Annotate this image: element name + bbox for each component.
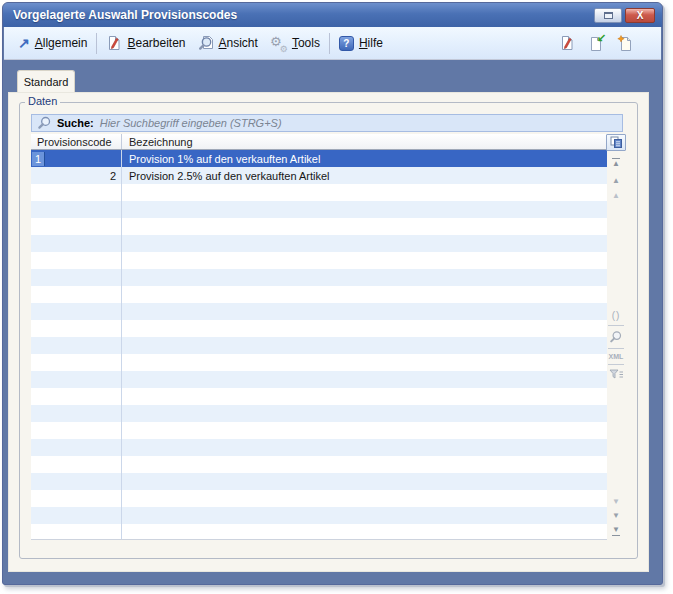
- grid-side-strip: ▲ ▲ ▲ (): [609, 134, 623, 540]
- table-row-empty[interactable]: [31, 354, 607, 371]
- xml-icon[interactable]: XML: [609, 353, 624, 360]
- cell-bezeichnung: [122, 456, 607, 473]
- cell-provisionscode: [31, 303, 122, 320]
- cell-bezeichnung: [122, 337, 607, 354]
- cell-bezeichnung: [122, 405, 607, 422]
- table-row-empty[interactable]: [31, 337, 607, 354]
- menu-label: Allgemein: [35, 36, 88, 50]
- client-area: Standard Daten Suche: Hier Su: [3, 60, 662, 584]
- table-row-empty[interactable]: [31, 320, 607, 337]
- titlebar[interactable]: Vorgelagerte Auswahl Provisionscodes X: [3, 3, 662, 27]
- menu-item-allgemein[interactable]: ↗ Allgemein: [12, 33, 93, 53]
- cell-bezeichnung: [122, 388, 607, 405]
- menu-label: Ansicht: [219, 36, 258, 50]
- row-down-icon[interactable]: ▼: [612, 498, 620, 506]
- strip-separator: [608, 364, 624, 365]
- cell-bezeichnung: [122, 320, 607, 337]
- document-edit-icon: [106, 35, 122, 51]
- toolbar-separator: [96, 33, 97, 54]
- cell-bezeichnung: [122, 235, 607, 252]
- page-down-icon[interactable]: ▼: [612, 512, 620, 520]
- cell-edit-value[interactable]: 1: [32, 152, 45, 166]
- document-new-star-icon[interactable]: [617, 35, 633, 51]
- menu-item-bearbeiten[interactable]: Bearbeiten: [100, 32, 191, 54]
- cell-bezeichnung: [122, 371, 607, 388]
- window: Vorgelagerte Auswahl Provisionscodes X ↗…: [2, 2, 663, 585]
- page-up-icon[interactable]: ▲: [612, 177, 620, 185]
- table-row-empty[interactable]: [31, 303, 607, 320]
- arrow-up-right-icon: ↗: [18, 36, 30, 50]
- table-row-empty[interactable]: [31, 218, 607, 235]
- cell-bezeichnung: [122, 507, 607, 524]
- help-icon: ?: [339, 36, 354, 51]
- cell-provisionscode: [31, 456, 122, 473]
- menu-label: Hilfe: [359, 36, 383, 50]
- cell-provisionscode: [31, 524, 122, 540]
- table-row-empty[interactable]: [31, 456, 607, 473]
- close-icon: X: [637, 10, 644, 21]
- tab-standard[interactable]: Standard: [17, 70, 75, 93]
- cell-provisionscode: [31, 422, 122, 439]
- cell-provisionscode: [31, 320, 122, 337]
- table-row-selected[interactable]: 1 Provision 1% auf den verkauften Artike…: [31, 150, 607, 167]
- table-row-empty[interactable]: [31, 422, 607, 439]
- magnifier-icon[interactable]: [609, 330, 623, 344]
- table-row-empty[interactable]: [31, 405, 607, 422]
- grid-area: Provisionscode Bezeichnung 1 Provision 1…: [31, 134, 623, 541]
- restore-icon: [604, 12, 613, 19]
- row-up-icon[interactable]: ▲: [612, 192, 620, 200]
- table-row-empty[interactable]: [31, 201, 607, 218]
- cell-bezeichnung: [122, 184, 607, 201]
- strip-separator: [608, 348, 624, 349]
- cell-bezeichnung: Provision 2.5% auf den verkauften Artike…: [122, 167, 607, 184]
- restore-button[interactable]: [594, 8, 622, 23]
- column-header-bezeichnung[interactable]: Bezeichnung: [122, 134, 607, 149]
- cell-bezeichnung: [122, 473, 607, 490]
- cell-provisionscode: [31, 252, 122, 269]
- document-copy-green-arrow-icon[interactable]: ↙: [588, 35, 604, 51]
- magnifier-document-icon: [198, 35, 214, 51]
- parentheses-icon[interactable]: (): [612, 310, 621, 321]
- table-row-empty[interactable]: [31, 507, 607, 524]
- column-header-provisionscode[interactable]: Provisionscode: [31, 134, 122, 149]
- cell-bezeichnung: [122, 201, 607, 218]
- search-placeholder: Hier Suchbegriff eingeben (STRG+S): [100, 117, 282, 129]
- menu-item-ansicht[interactable]: Ansicht: [192, 32, 264, 54]
- gears-icon: ⚙ ⚙: [270, 35, 287, 51]
- cell-provisionscode: [31, 490, 122, 507]
- filter-icon[interactable]: [609, 369, 624, 380]
- table-row-empty[interactable]: [31, 439, 607, 456]
- table-row-empty[interactable]: [31, 184, 607, 201]
- table-row-empty[interactable]: [31, 235, 607, 252]
- copy-grid-button[interactable]: [606, 134, 626, 151]
- scroll-top-icon[interactable]: ▲: [612, 158, 620, 168]
- cell-provisionscode: [31, 201, 122, 218]
- close-button[interactable]: X: [625, 8, 655, 23]
- table-row-empty[interactable]: [31, 490, 607, 507]
- table-row-empty[interactable]: [31, 252, 607, 269]
- cell-bezeichnung: [122, 439, 607, 456]
- document-edit-icon[interactable]: [559, 35, 575, 51]
- table-row-empty[interactable]: [31, 388, 607, 405]
- table-row-empty[interactable]: [31, 371, 607, 388]
- cell-bezeichnung: [122, 269, 607, 286]
- groupbox-daten: Daten Suche: Hier Suchbegriff eingeben (…: [19, 102, 638, 559]
- table-row-empty[interactable]: [31, 269, 607, 286]
- table-row-empty[interactable]: [31, 286, 607, 303]
- arrow-down-left-glyph: ↙: [597, 31, 606, 44]
- table-row[interactable]: 2 Provision 2.5% auf den verkauften Arti…: [31, 167, 607, 184]
- cell-provisionscode: 2: [31, 167, 122, 184]
- table-row-empty[interactable]: [31, 524, 607, 540]
- cell-provisionscode: [31, 337, 122, 354]
- menu-item-hilfe[interactable]: ? Hilfe: [333, 33, 389, 54]
- search-icon: [37, 116, 51, 130]
- search-input[interactable]: Suche: Hier Suchbegriff eingeben (STRG+S…: [31, 114, 623, 132]
- grid-rows: 1 Provision 1% auf den verkauften Artike…: [31, 150, 607, 540]
- menu-item-tools[interactable]: ⚙ ⚙ Tools: [264, 32, 326, 54]
- cell-bezeichnung: [122, 303, 607, 320]
- table-row-empty[interactable]: [31, 473, 607, 490]
- cell-bezeichnung: [122, 354, 607, 371]
- cell-bezeichnung: Provision 1% auf den verkauften Artikel: [122, 150, 607, 167]
- cell-provisionscode: [31, 405, 122, 422]
- scroll-bottom-icon[interactable]: ▼: [612, 526, 620, 536]
